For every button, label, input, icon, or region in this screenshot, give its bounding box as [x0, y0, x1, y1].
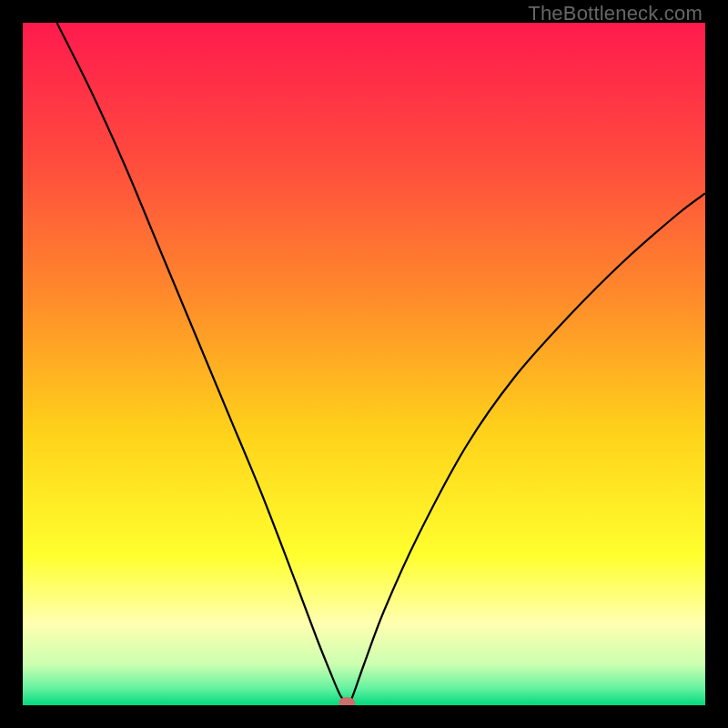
bottleneck-chart: [23, 23, 705, 705]
chart-frame: [23, 23, 705, 705]
gradient-background: [23, 23, 705, 705]
watermark-text: TheBottleneck.com: [528, 2, 703, 25]
